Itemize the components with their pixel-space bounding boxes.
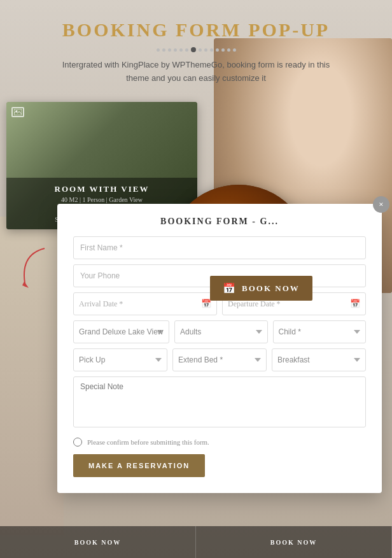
- book-now-icon: 📅: [223, 282, 237, 294]
- close-button[interactable]: ×: [373, 196, 389, 213]
- make-reservation-button[interactable]: MAKE A RESERVATION: [73, 454, 205, 477]
- dot-7-active[interactable]: [191, 47, 196, 52]
- room-type-select[interactable]: Grand Deluxe Lake View Standard Room Del…: [73, 320, 169, 343]
- book-now-float-button[interactable]: 📅 BOOK NOW: [210, 276, 312, 301]
- dot-12[interactable]: [221, 48, 225, 52]
- calendar-icon-departure: 📅: [350, 299, 360, 309]
- pickup-select[interactable]: Pick Up Yes No: [73, 348, 167, 371]
- dot-4[interactable]: [174, 48, 177, 52]
- first-name-input[interactable]: [73, 236, 366, 259]
- dot-11[interactable]: [216, 48, 219, 52]
- confirm-checkbox[interactable]: [73, 438, 82, 447]
- header-section: BOOKING FORM POP-UP Intergrated with Kin…: [0, 0, 392, 95]
- dot-14[interactable]: [233, 48, 236, 52]
- arrival-date-placeholder: Arrival Date *: [79, 299, 201, 309]
- confirm-row: Please confirm before submitting this fo…: [73, 438, 366, 447]
- image-icon: [11, 107, 24, 117]
- bottom-book-now-2[interactable]: BOOK NOW: [196, 526, 392, 558]
- dot-6[interactable]: [185, 48, 188, 52]
- arrival-date-input[interactable]: Arrival Date * 📅: [73, 292, 217, 315]
- bottom-bar: BOOK NOW BOOK NOW: [0, 526, 392, 558]
- svg-marker-2: [22, 282, 29, 288]
- dot-2[interactable]: [162, 48, 165, 52]
- booking-popup: × BOOKING FORM - G... Arrival Date * 📅 D…: [57, 204, 382, 493]
- main-title: BOOKING FORM POP-UP: [25, 19, 367, 41]
- extend-bed-select[interactable]: Extend Bed * Yes No: [172, 348, 267, 371]
- dot-9[interactable]: [204, 48, 207, 52]
- first-name-row: [73, 236, 366, 259]
- dot-3[interactable]: [168, 48, 171, 52]
- room-details: 40 M2 | 1 Person | Garden View: [14, 196, 190, 203]
- child-select[interactable]: Child * 0 1 2: [273, 320, 367, 343]
- dot-8[interactable]: [199, 48, 202, 52]
- adults-select[interactable]: Adults 1 Adult 2 Adults 3 Adults: [174, 320, 268, 343]
- carousel-dots: [25, 47, 367, 52]
- dot-13[interactable]: [227, 48, 230, 52]
- dot-10[interactable]: [210, 48, 213, 52]
- confirm-text: Please confirm before submitting this fo…: [87, 438, 209, 446]
- dot-5[interactable]: [179, 48, 183, 52]
- special-note-input[interactable]: [73, 376, 366, 427]
- subtitle: Intergrated with KingPlace by WPThemeGo,…: [56, 59, 336, 85]
- room-name: ROOM WITH VIEW: [14, 184, 190, 194]
- pickup-extend-breakfast-row: Pick Up Yes No Extend Bed * Yes No Break…: [73, 348, 366, 371]
- form-title: BOOKING FORM - G...: [73, 217, 366, 227]
- book-now-label: BOOK NOW: [242, 283, 300, 294]
- special-note-row: [73, 376, 366, 433]
- dot-1[interactable]: [157, 48, 160, 52]
- breakfast-select[interactable]: Breakfast Yes No: [272, 348, 366, 371]
- room-adults-child-row: Grand Deluxe Lake View Standard Room Del…: [73, 320, 366, 343]
- bottom-book-now-1[interactable]: BOOK NOW: [0, 526, 196, 558]
- arrow-decoration: [6, 242, 57, 293]
